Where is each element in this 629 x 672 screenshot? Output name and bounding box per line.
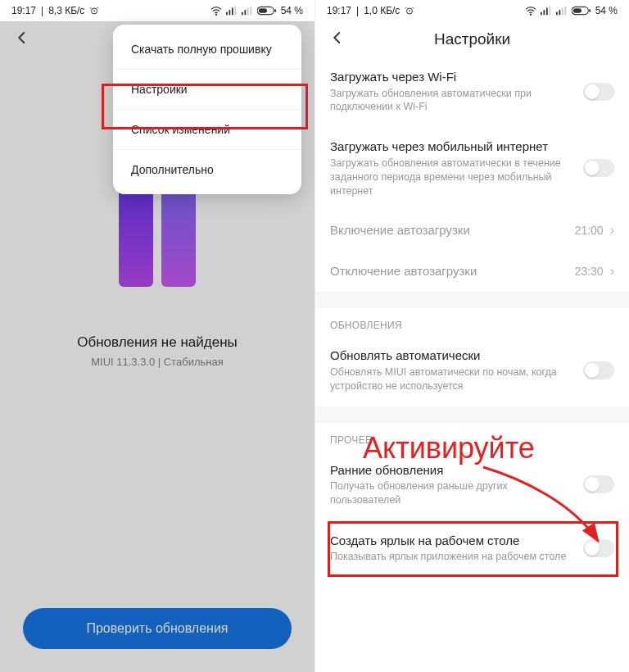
screenshot-updater: 19:17 | 8,3 КБ/с 54 % Об	[0, 0, 314, 672]
section-other-label: ПРОЧЕЕ	[315, 423, 629, 451]
setting-early-updates[interactable]: Ранние обновления Получать обновления ра…	[315, 451, 629, 520]
svg-rect-15	[541, 12, 542, 16]
status-time: 19:17	[11, 5, 36, 16]
setting-title: Загружать через Wi-Fi	[330, 69, 575, 85]
toggle-auto-update[interactable]	[583, 361, 614, 379]
setting-value: 23:30	[575, 265, 604, 278]
chevron-right-icon: ›	[610, 264, 614, 279]
setting-title: Отключение автозагрузки	[330, 263, 567, 279]
chevron-right-icon: ›	[610, 223, 614, 238]
svg-rect-3	[229, 10, 230, 15]
svg-rect-5	[234, 7, 236, 16]
battery-pct: 54 %	[281, 5, 303, 16]
setting-create-shortcut[interactable]: Создать ярлык на рабочем столе Показыват…	[315, 521, 629, 577]
setting-auto-off[interactable]: Отключение автозагрузки 23:30 ›	[315, 252, 629, 293]
status-net: 8,3 КБ/с	[48, 5, 84, 16]
svg-rect-18	[549, 7, 550, 16]
setting-title: Включение автозагрузки	[330, 222, 567, 238]
menu-settings[interactable]: Настройки	[113, 69, 301, 109]
battery-icon	[572, 6, 591, 16]
svg-rect-9	[250, 7, 251, 16]
menu-changelog[interactable]: Список изменений	[113, 109, 301, 149]
wifi-icon	[210, 6, 222, 16]
setting-sub: Показывать ярлык приложения на рабочем с…	[330, 550, 575, 564]
status-bar: 19:17 | 1,0 КБ/с 54 %	[315, 0, 629, 21]
setting-title: Ранние обновления	[330, 462, 575, 479]
svg-point-14	[530, 14, 531, 15]
signal-icon	[541, 6, 552, 16]
alarm-icon	[89, 6, 99, 16]
setting-auto-on[interactable]: Включение автозагрузки 21:00 ›	[315, 211, 629, 252]
svg-rect-11	[258, 8, 266, 13]
setting-mobile-download[interactable]: Загружать через мобильный интернет Загру…	[315, 127, 629, 211]
wifi-icon	[525, 6, 536, 16]
back-button[interactable]	[325, 25, 350, 53]
svg-rect-19	[556, 12, 558, 16]
svg-rect-16	[543, 10, 545, 15]
context-menu: Скачать полную прошивку Настройки Список…	[113, 25, 301, 194]
sim-icon	[556, 6, 568, 16]
battery-pct: 54 %	[595, 5, 618, 16]
section-divider	[315, 406, 629, 423]
setting-title: Обновлять автоматически	[330, 347, 575, 364]
svg-rect-22	[564, 7, 566, 16]
svg-rect-25	[589, 9, 591, 12]
back-button[interactable]	[10, 25, 34, 53]
section-divider	[315, 292, 629, 308]
svg-rect-17	[546, 8, 548, 16]
status-net: 1,0 КБ/с	[364, 5, 400, 16]
top-nav: Настройки	[315, 21, 629, 57]
toggle-mobile[interactable]	[583, 159, 614, 177]
svg-rect-8	[247, 8, 249, 16]
svg-rect-12	[274, 9, 276, 12]
toggle-early-updates[interactable]	[583, 475, 614, 493]
svg-rect-2	[226, 12, 228, 16]
setting-title: Создать ярлык на рабочем столе	[330, 533, 575, 549]
setting-value: 21:00	[575, 224, 604, 237]
settings-list: Загружать через Wi-Fi Загружать обновлен…	[315, 57, 629, 593]
setting-sub: Загружать обновления автоматически в теч…	[330, 157, 575, 198]
svg-point-1	[215, 14, 216, 15]
setting-sub: Получать обновления раньше других пользо…	[330, 479, 575, 507]
setting-auto-update[interactable]: Обновлять автоматически Обновлять MIUI а…	[315, 336, 629, 406]
toggle-shortcut[interactable]	[583, 539, 614, 557]
screenshot-settings: 19:17 | 1,0 КБ/с 54 % На	[314, 0, 629, 672]
sim-icon	[242, 6, 253, 16]
menu-more[interactable]: Дополнительно	[113, 149, 301, 189]
setting-title: Загружать через мобильный интернет	[330, 138, 575, 155]
battery-icon	[257, 6, 277, 16]
toggle-wifi[interactable]	[583, 83, 614, 101]
setting-wifi-download[interactable]: Загружать через Wi-Fi Загружать обновлен…	[315, 57, 629, 127]
svg-rect-21	[562, 8, 563, 16]
svg-rect-24	[572, 8, 581, 13]
svg-rect-4	[232, 8, 233, 16]
alarm-icon	[405, 6, 414, 16]
status-bar: 19:17 | 8,3 КБ/с 54 %	[0, 0, 314, 21]
page-title: Настройки	[315, 30, 629, 48]
menu-download-firmware[interactable]: Скачать полную прошивку	[113, 30, 301, 69]
status-time: 19:17	[327, 5, 351, 16]
section-updates-label: ОБНОВЛЕНИЯ	[315, 308, 629, 336]
signal-icon	[226, 6, 238, 16]
setting-sub: Загружать обновления автоматически при п…	[330, 87, 575, 115]
setting-sub: Обновлять MIUI автоматически по ночам, к…	[330, 366, 575, 393]
svg-rect-7	[244, 10, 246, 15]
svg-rect-6	[242, 12, 243, 16]
svg-rect-20	[559, 10, 560, 15]
